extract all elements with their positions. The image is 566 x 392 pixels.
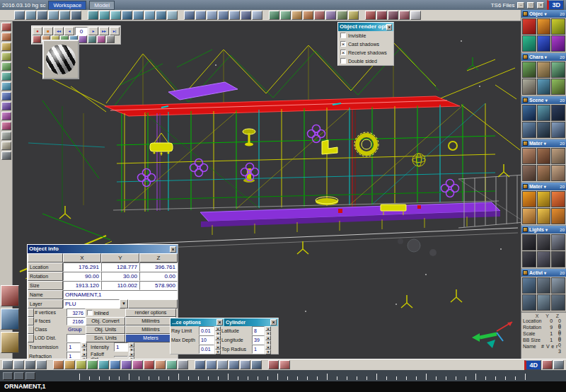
location-z-field[interactable]: 396.761 xyxy=(139,263,178,272)
tool-icon[interactable] xyxy=(195,360,205,369)
max-depth-field[interactable]: 10 xyxy=(199,335,214,345)
rotation-y-field[interactable]: 30.00 xyxy=(101,272,139,281)
library-thumbnail[interactable] xyxy=(522,165,536,181)
library-thumbnail[interactable] xyxy=(537,79,551,95)
library-header[interactable]: Activi▾20 xyxy=(521,269,566,277)
tool-icon[interactable] xyxy=(195,11,206,20)
corner-tool-red[interactable] xyxy=(1,285,19,306)
tool-icon[interactable] xyxy=(110,360,120,369)
tool-icon[interactable] xyxy=(388,11,398,20)
scn-units-button[interactable]: Scn. Units xyxy=(86,334,125,342)
timeline-tick[interactable] xyxy=(277,374,278,380)
palette-swatch[interactable] xyxy=(1,62,11,71)
latitude-field[interactable]: 8 xyxy=(252,326,265,335)
chevron-down-icon[interactable]: ▾ xyxy=(544,270,546,275)
library-thumbnail[interactable] xyxy=(537,208,551,224)
timeline-tick[interactable] xyxy=(495,376,496,380)
spinner[interactable]: ▴▾ xyxy=(265,326,271,336)
palette-swatch[interactable] xyxy=(1,42,11,51)
tool-icon[interactable] xyxy=(71,11,81,20)
timeline-tick[interactable] xyxy=(357,376,357,380)
side-mini-button[interactable] xyxy=(28,309,34,317)
render-option[interactable]: Double sided xyxy=(338,57,393,65)
timeline-ticks[interactable] xyxy=(79,374,526,380)
spinner[interactable]: ▴▾ xyxy=(265,345,271,354)
tool-icon[interactable] xyxy=(217,360,228,369)
tool-icon[interactable] xyxy=(110,11,121,20)
timeline-tick[interactable] xyxy=(238,376,238,380)
object-name-field[interactable]: ORNAMENT,1 xyxy=(63,290,178,299)
tool-icon[interactable] xyxy=(37,11,47,20)
corner-tool-gold[interactable] xyxy=(1,332,19,353)
library-thumbnail[interactable] xyxy=(551,294,565,311)
tool-icon[interactable] xyxy=(167,11,178,20)
library-thumbnail[interactable] xyxy=(551,208,565,224)
timeline-tick[interactable] xyxy=(297,376,298,380)
library-thumbnail[interactable] xyxy=(522,251,536,267)
checkbox-unchecked[interactable] xyxy=(340,58,346,64)
stop-button[interactable]: ■ xyxy=(43,27,53,35)
library-thumbnail[interactable] xyxy=(551,18,565,35)
timeline-tick[interactable] xyxy=(178,374,179,380)
tool-icon[interactable] xyxy=(365,11,376,20)
timeline-tick[interactable] xyxy=(198,376,199,380)
tool-icon[interactable] xyxy=(206,360,216,369)
millimtrs-button[interactable]: Millimtrs xyxy=(125,317,176,325)
tool-icon[interactable] xyxy=(36,360,47,369)
tool-icon[interactable] xyxy=(376,11,387,20)
timeline-tick[interactable] xyxy=(386,376,387,380)
timeline-tick[interactable] xyxy=(436,376,437,380)
library-thumbnail[interactable] xyxy=(522,234,536,250)
render-options-button[interactable]: render options xyxy=(125,309,176,317)
close-icon[interactable]: × xyxy=(216,319,223,325)
timeline-button[interactable] xyxy=(3,372,13,380)
timeline-tick[interactable] xyxy=(89,376,90,380)
rotation-z-field[interactable]: 0.00 xyxy=(139,272,178,281)
library-thumbnail[interactable] xyxy=(537,62,551,78)
timeline-tick[interactable] xyxy=(505,376,506,380)
timeline-button[interactable] xyxy=(14,372,24,380)
timeline-tick[interactable] xyxy=(248,376,248,380)
quality-extra-field[interactable]: 0.01 xyxy=(199,345,214,354)
timeline-tick[interactable] xyxy=(168,376,169,380)
tool-icon[interactable] xyxy=(132,360,143,369)
tool-icon[interactable] xyxy=(144,360,154,369)
tab-workspace[interactable]: Workspace xyxy=(48,1,86,10)
library-thumbnail[interactable] xyxy=(537,277,551,294)
layer-dropdown-icon[interactable]: ▾ xyxy=(120,299,128,309)
timeline-tick[interactable] xyxy=(525,374,526,380)
palette-swatch[interactable] xyxy=(1,92,11,100)
close-icon[interactable]: × xyxy=(386,24,392,30)
transmission-field[interactable]: 1 xyxy=(67,342,81,352)
tool-icon[interactable] xyxy=(53,360,64,369)
timeline-tick[interactable] xyxy=(396,376,397,380)
view-3d-button[interactable]: 3D xyxy=(547,0,564,10)
palette-swatch[interactable] xyxy=(1,23,11,31)
timeline-tick[interactable] xyxy=(158,376,159,380)
tool-icon[interactable] xyxy=(325,11,336,20)
timeline-tick[interactable] xyxy=(228,374,229,380)
library-thumbnail[interactable] xyxy=(522,277,536,294)
tool-icon[interactable] xyxy=(303,11,313,20)
tool-icon[interactable] xyxy=(64,360,75,369)
timeline-tick[interactable] xyxy=(485,376,486,380)
window-maximize-icon[interactable]: □ xyxy=(527,2,534,8)
chevron-down-icon[interactable]: ▾ xyxy=(544,11,546,16)
corner-tool-blue[interactable] xyxy=(1,309,19,330)
anim-tool[interactable] xyxy=(106,35,115,43)
palette-swatch[interactable] xyxy=(1,82,11,91)
tool-icon[interactable] xyxy=(553,360,564,369)
palette-swatch[interactable] xyxy=(1,52,11,61)
timeline-tick[interactable] xyxy=(366,376,367,380)
library-thumbnail[interactable] xyxy=(522,208,536,224)
size-z-field[interactable]: 578.900 xyxy=(139,281,178,290)
millimtrs-button-2[interactable]: Millimtrs xyxy=(125,325,176,334)
render-option[interactable]: ×Receive shadows xyxy=(338,48,393,57)
rewind-button[interactable]: ◂◂ xyxy=(54,27,64,35)
chevron-down-icon[interactable]: ▾ xyxy=(544,184,546,189)
side-mini-button[interactable] xyxy=(28,325,34,334)
timeline-tick[interactable] xyxy=(515,376,516,380)
timeline-tick[interactable] xyxy=(347,376,347,380)
go-end-button[interactable]: ▸| xyxy=(110,27,120,35)
tool-icon[interactable] xyxy=(348,11,359,20)
